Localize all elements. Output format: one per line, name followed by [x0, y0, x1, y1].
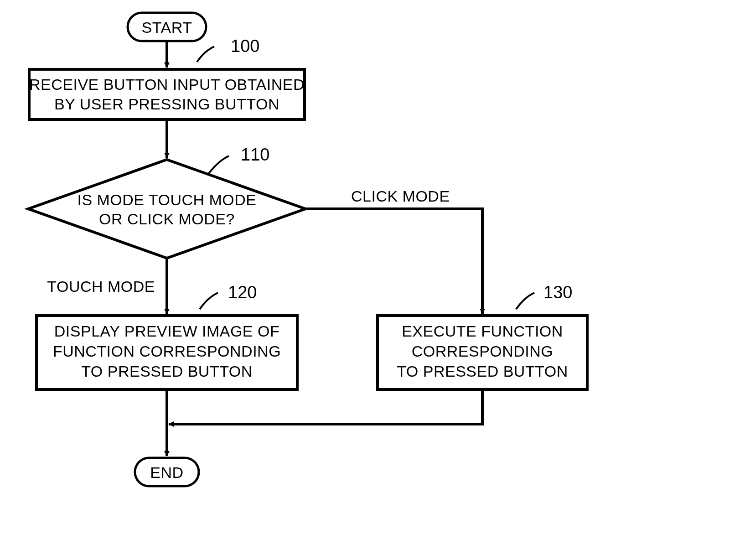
- ref-110: 110: [241, 145, 269, 164]
- arrow-130-merge: [169, 389, 482, 424]
- ref-leader-100: 100: [197, 36, 259, 62]
- terminal-end: END: [135, 458, 199, 486]
- n130-line1: EXECUTE FUNCTION: [402, 322, 563, 340]
- n120-line3: TO PRESSED BUTTON: [81, 363, 253, 380]
- svg-marker-2: [28, 160, 305, 258]
- ref-100: 100: [231, 36, 259, 56]
- ref-130: 130: [543, 283, 572, 302]
- n130-line3: TO PRESSED BUTTON: [397, 363, 568, 380]
- n100-line1: RECEIVE BUTTON INPUT OBTAINED: [29, 76, 305, 93]
- ref-leader-110: 110: [209, 145, 269, 173]
- arrow-110-to-130: [305, 209, 482, 314]
- n120-line1: DISPLAY PREVIEW IMAGE OF: [54, 322, 279, 340]
- start-label: START: [142, 19, 192, 36]
- flowchart: START 100 RECEIVE BUTTON INPUT OBTAINED …: [0, 0, 745, 560]
- branch-click-label: CLICK MODE: [351, 187, 450, 205]
- ref-leader-130: 130: [516, 283, 572, 309]
- ref-leader-120: 120: [200, 283, 257, 309]
- n130-line2: CORRESPONDING: [412, 342, 554, 360]
- n110-line1: IS MODE TOUCH MODE: [77, 191, 256, 208]
- process-120: DISPLAY PREVIEW IMAGE OF FUNCTION CORRES…: [36, 316, 297, 389]
- ref-120: 120: [228, 283, 257, 302]
- n110-line2: OR CLICK MODE?: [99, 210, 235, 228]
- process-100: RECEIVE BUTTON INPUT OBTAINED BY USER PR…: [29, 69, 305, 119]
- decision-110: IS MODE TOUCH MODE OR CLICK MODE?: [28, 160, 305, 258]
- end-label: END: [150, 464, 183, 481]
- process-130: EXECUTE FUNCTION CORRESPONDING TO PRESSE…: [378, 316, 587, 389]
- branch-touch-label: TOUCH MODE: [47, 278, 155, 295]
- n120-line2: FUNCTION CORRESPONDING: [53, 342, 281, 360]
- n100-line2: BY USER PRESSING BUTTON: [54, 95, 279, 113]
- terminal-start: START: [128, 13, 206, 41]
